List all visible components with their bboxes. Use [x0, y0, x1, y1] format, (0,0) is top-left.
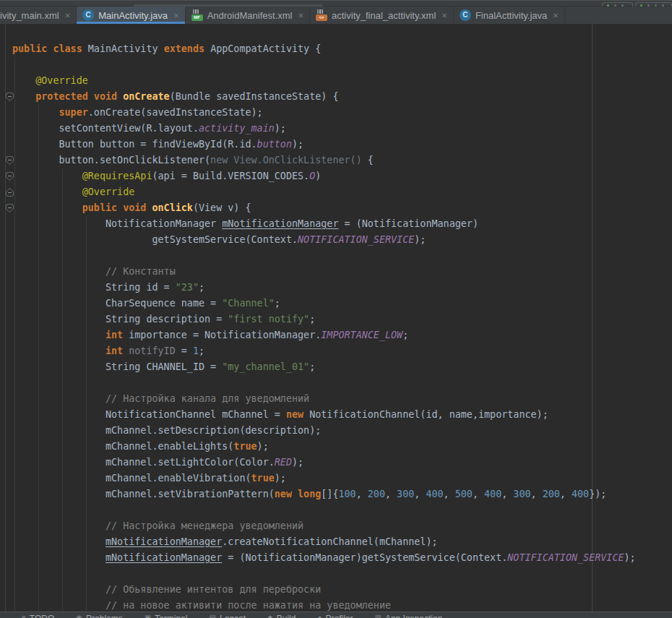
- tool-window-button-logcat[interactable]: ▤Logcat: [210, 614, 246, 618]
- fold-collapse-icon[interactable]: [6, 93, 14, 101]
- code-line: getSystemService(Context.NOTIFICATION_SE…: [12, 232, 672, 248]
- code-line: mChannel.setLightColor(Color.RED);: [12, 455, 672, 471]
- editor-tab-androidmanifest-xml[interactable]: MFAndroidManifest.xml×: [186, 7, 310, 24]
- code-line: // Обьявление интентов для переброски: [12, 582, 672, 598]
- tab-close-icon[interactable]: ×: [65, 11, 71, 20]
- code-line: NotificationManager mNotificationManager…: [12, 216, 672, 232]
- tool-window-label: Logcat: [220, 614, 246, 618]
- tab-label: activity_final_acttivity.xml: [332, 10, 436, 21]
- manifest-file-icon: MF: [191, 9, 203, 21]
- app-inspection-icon: ▥: [374, 614, 381, 618]
- code-line: [12, 57, 672, 73]
- tab-close-icon[interactable]: ×: [173, 11, 179, 20]
- tool-window-button-profiler[interactable]: ●Profiler: [317, 614, 353, 618]
- code-line: mChannel.setVibrationPattern(new long[]{…: [12, 486, 672, 502]
- tool-window-button-app-inspection[interactable]: ▥App Inspection: [374, 614, 442, 618]
- tab-close-icon[interactable]: ×: [298, 11, 303, 20]
- code-line: mNotificationManager.createNotificationC…: [12, 534, 672, 550]
- code-line: mChannel.enableLights(true);: [12, 439, 672, 455]
- tab-label: FinalActtivity.java: [475, 10, 547, 21]
- tab-label: ivity_main.xml: [0, 10, 59, 21]
- tool-window-button-terminal[interactable]: ▣Terminal: [145, 614, 188, 618]
- tab-close-icon[interactable]: ×: [441, 11, 447, 20]
- code-line: // Настройка менеджера уведомлений: [12, 518, 672, 534]
- tab-close-icon[interactable]: ×: [553, 11, 559, 20]
- tool-window-button-build[interactable]: ◆Build: [267, 614, 296, 618]
- main-toolbar-clipped: [0, 0, 672, 7]
- build-icon: ◆: [267, 614, 273, 618]
- tool-window-label: Problems: [86, 614, 123, 618]
- tool-window-buttons: ≡TODO◉Problems▣Terminal▤Logcat◆Build●Pro…: [0, 612, 672, 618]
- fold-collapse-icon[interactable]: [6, 204, 14, 213]
- code-line: [12, 375, 672, 391]
- code-line: [12, 502, 672, 518]
- fold-collapse-icon[interactable]: [6, 172, 14, 181]
- code-line: // Настройка канала для уведомлений: [12, 391, 672, 407]
- problems-icon: ◉: [76, 614, 82, 618]
- tool-window-label: Build: [277, 614, 296, 618]
- code-line: mNotificationManager = (NotificationMana…: [12, 550, 672, 566]
- tool-window-label: TODO: [30, 614, 54, 618]
- code-line: @Override: [12, 184, 672, 200]
- tool-window-button-problems[interactable]: ◉Problems: [76, 614, 122, 618]
- tool-window-label: Profiler: [325, 614, 353, 618]
- java-class-file-icon: C: [82, 9, 94, 21]
- tool-window-button-todo[interactable]: ≡TODO: [22, 614, 54, 618]
- code-line: String id = "23";: [12, 280, 672, 296]
- java-class-file-icon: C: [460, 9, 471, 21]
- code-line: int notifyID = 1;: [12, 343, 672, 359]
- editor-tab-finalacttivity-java[interactable]: CFinalActtivity.java×: [454, 7, 565, 24]
- gutter-fold-line: [5, 24, 6, 618]
- code-line: [12, 248, 672, 264]
- fold-collapse-icon[interactable]: [6, 156, 14, 165]
- code-line: @Override: [12, 73, 672, 89]
- code-line: [12, 566, 672, 582]
- code-line: super.onCreate(savedInstanceState);: [12, 105, 672, 121]
- terminal-icon: ▣: [145, 614, 151, 618]
- code-line: CharSequence name = "Channel";: [12, 296, 672, 312]
- code-line: @RequiresApi(api = Build.VERSION_CODES.O…: [12, 168, 672, 184]
- editor-tab-ivity-main-xml[interactable]: ivity_main.xml×: [0, 7, 77, 24]
- code-line: // Константы: [12, 264, 672, 280]
- tool-window-label: Terminal: [155, 614, 187, 618]
- code-line: int importance = NotificationManager.IMP…: [12, 327, 672, 343]
- profiler-icon: ●: [317, 614, 322, 618]
- code-editor[interactable]: public class MainActivity extends AppCom…: [0, 24, 672, 618]
- code-lines: public class MainActivity extends AppCom…: [12, 41, 672, 614]
- editor-tabbar: ivity_main.xml×CMainActivity.java×MFAndr…: [0, 7, 672, 24]
- code-line: button.setOnClickListener(new View.OnCli…: [12, 153, 672, 168]
- tool-window-bar: ≡TODO◉Problems▣Terminal▤Logcat◆Build●Pro…: [0, 611, 672, 618]
- tool-window-label: App Inspection: [385, 614, 442, 618]
- editor-tab-activity-final-acttivity-xml[interactable]: <>activity_final_acttivity.xml×: [310, 7, 454, 24]
- code-line: protected void onCreate(Bundle savedInst…: [12, 89, 672, 105]
- editor-tab-mainactivity-java[interactable]: CMainActivity.java×: [77, 7, 185, 24]
- code-line: Button button = findViewById(R.id.button…: [12, 137, 672, 153]
- code-line: String CHANNEL_ID = "my_channel_01";: [12, 359, 672, 375]
- code-line: String description = "first notify";: [12, 312, 672, 327]
- code-line: NotificationChannel mChannel = new Notif…: [12, 407, 672, 423]
- code-line: public void onClick(View v) {: [12, 200, 672, 216]
- tab-label: MainActivity.java: [98, 10, 168, 21]
- code-line: mChannel.enableVibration(true);: [12, 471, 672, 486]
- xml-layout-file-icon: <>: [316, 9, 327, 21]
- code-line: public class MainActivity extends AppCom…: [12, 41, 672, 57]
- fold-expand-icon[interactable]: [6, 188, 14, 197]
- code-line: mChannel.setDescription(description);: [12, 423, 672, 439]
- code-line: setContentView(R.layout.activity_main);: [12, 121, 672, 137]
- logcat-icon: ▤: [210, 614, 216, 618]
- tab-label: AndroidManifest.xml: [207, 10, 293, 21]
- todo-icon: ≡: [22, 614, 26, 618]
